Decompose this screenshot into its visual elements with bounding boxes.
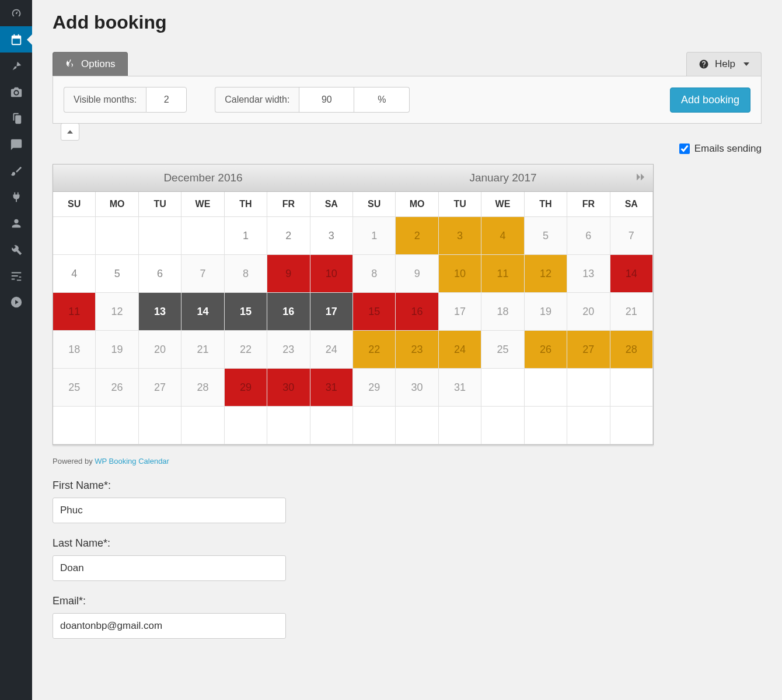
calendar-day[interactable]: 19 [525,293,567,331]
calendar-day[interactable]: 6 [139,255,181,293]
gauge-icon [10,7,23,20]
calendar-day[interactable]: 20 [139,331,181,369]
cal-width-input[interactable] [299,87,354,113]
first-name-input[interactable] [53,498,286,523]
calendar-day[interactable]: 20 [567,293,610,331]
calendar-day[interactable]: 9 [267,255,310,293]
sidebar-plugins[interactable] [0,184,32,210]
calendar-day[interactable]: 28 [181,369,224,407]
calendar-day[interactable]: 9 [396,255,438,293]
calendar-day[interactable]: 24 [439,331,481,369]
calendar-next-button[interactable] [633,170,647,186]
sidebar-pages[interactable] [0,105,32,131]
calendar-day[interactable]: 30 [267,369,310,407]
sidebar-media[interactable] [0,79,32,105]
calendar-day[interactable]: 29 [353,369,396,407]
calendar-day[interactable]: 4 [481,217,524,255]
tab-help[interactable]: Help [686,52,762,76]
user-icon [10,217,23,230]
calendar-day[interactable]: 13 [567,255,610,293]
calendar-day[interactable]: 31 [439,369,481,407]
calendar-day[interactable]: 16 [396,293,438,331]
emails-sending-checkbox[interactable] [679,144,690,154]
sidebar-settings[interactable] [0,262,32,289]
calendar-day[interactable]: 14 [610,255,653,293]
calendar-day[interactable]: 15 [353,293,396,331]
last-name-input[interactable] [53,555,286,581]
sidebar-users[interactable] [0,210,32,236]
calendar-day[interactable]: 8 [225,255,267,293]
add-booking-button[interactable]: Add booking [670,88,750,113]
calendar-day[interactable]: 25 [53,369,96,407]
calendar-day[interactable]: 18 [53,331,96,369]
calendar-day[interactable]: 3 [310,217,353,255]
calendar-day[interactable]: 19 [96,331,138,369]
email-field: Email*: [53,595,762,639]
calendar-day[interactable]: 13 [139,293,181,331]
calendar-day[interactable]: 11 [53,293,96,331]
calendar-day[interactable]: 4 [53,255,96,293]
visible-months-input[interactable] [146,87,187,113]
calendar-dow: SU [353,192,396,217]
sidebar-slider[interactable] [0,289,32,315]
calendar-day[interactable]: 22 [225,331,267,369]
calendar-day[interactable]: 15 [225,293,267,331]
calendar-day[interactable]: 1 [225,217,267,255]
calendar-day[interactable]: 26 [96,369,138,407]
calendar-day[interactable]: 31 [310,369,353,407]
calendar-day[interactable]: 6 [567,217,610,255]
calendar-day [610,369,653,407]
calendar-day[interactable]: 25 [481,331,524,369]
calendar-day[interactable]: 7 [181,255,224,293]
calendar-day[interactable]: 8 [353,255,396,293]
calendar-day[interactable]: 22 [353,331,396,369]
collapse-options-button[interactable] [61,123,79,141]
calendar-day[interactable]: 24 [310,331,353,369]
calendar-day[interactable]: 3 [439,217,481,255]
calendar-day[interactable]: 30 [396,369,438,407]
powered-by: Powered by WP Booking Calendar [53,457,762,466]
calendar-day[interactable]: 2 [267,217,310,255]
calendar-day[interactable]: 5 [525,217,567,255]
calendar-day[interactable]: 17 [439,293,481,331]
calendar-day[interactable]: 23 [267,331,310,369]
sidebar-dashboard[interactable] [0,0,32,26]
comment-icon [10,138,23,151]
calendar-day[interactable]: 21 [181,331,224,369]
sidebar-posts[interactable] [0,52,32,79]
powered-by-link[interactable]: WP Booking Calendar [95,457,169,466]
calendar-day[interactable]: 26 [525,331,567,369]
calendar-day[interactable]: 17 [310,293,353,331]
calendar-day[interactable]: 1 [353,217,396,255]
sidebar-tools[interactable] [0,236,32,262]
sidebar-booking[interactable] [0,26,32,52]
calendar-day[interactable]: 14 [181,293,224,331]
calendar-day[interactable]: 10 [310,255,353,293]
calendar-month-left: December 2016 [53,164,353,191]
tab-options[interactable]: Options [53,52,128,76]
calendar-day[interactable]: 29 [225,369,267,407]
calendar-day [181,407,224,444]
calendar-day [267,407,310,444]
sidebar-comments[interactable] [0,131,32,158]
email-input[interactable] [53,613,286,639]
calendar-day[interactable]: 28 [610,331,653,369]
calendar-day[interactable]: 7 [610,217,653,255]
calendar-day[interactable]: 12 [525,255,567,293]
calendar-day[interactable]: 12 [96,293,138,331]
calendar-day[interactable]: 16 [267,293,310,331]
calendar-day[interactable]: 27 [139,369,181,407]
cal-width-unit[interactable]: % [354,87,410,113]
calendar-day[interactable]: 11 [481,255,524,293]
calendar-day[interactable]: 5 [96,255,138,293]
calendar-day[interactable]: 21 [610,293,653,331]
calendar-dow: FR [567,192,610,217]
calendar-day[interactable]: 18 [481,293,524,331]
calendar-day [225,407,267,444]
calendar-day[interactable]: 27 [567,331,610,369]
calendar-day[interactable]: 10 [439,255,481,293]
calendar-day[interactable]: 2 [396,217,438,255]
calendar-day[interactable]: 23 [396,331,438,369]
sidebar-appearance[interactable] [0,158,32,184]
calendar-dow: WE [181,192,224,217]
